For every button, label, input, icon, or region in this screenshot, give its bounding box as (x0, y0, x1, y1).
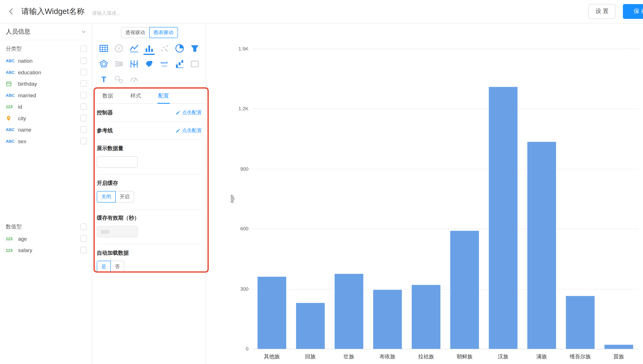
config-panel: 透视驱动 图表驱动 8 wordcloud T 数据 样式 配置 (92, 24, 206, 364)
pencil-icon (176, 128, 180, 133)
bar-朝鲜族[interactable] (450, 231, 479, 349)
field-checkbox[interactable] (80, 80, 87, 87)
y-tick-label: 1.2K (224, 106, 248, 112)
bar-回族[interactable] (296, 303, 325, 349)
y-tick-label: 0 (224, 346, 248, 352)
group-checkbox[interactable] (80, 224, 87, 230)
chart-drive-button[interactable]: 图表驱动 (149, 27, 178, 38)
chart-type-picker: 8 wordcloud T (92, 38, 206, 87)
svg-text:8: 8 (118, 46, 120, 51)
x-axis-line (252, 349, 638, 349)
field-checkbox[interactable] (80, 115, 87, 122)
wordcloud-chart-icon[interactable]: wordcloud (157, 56, 172, 72)
back-button[interactable] (5, 5, 18, 18)
field-nation[interactable]: ABC nation (0, 55, 92, 66)
bar-维吾尔族[interactable] (566, 296, 594, 349)
numeric-group-header: 数值型 (0, 220, 92, 233)
field-checkbox[interactable] (80, 247, 87, 254)
widget-description-input[interactable]: 请输入描述... (92, 10, 120, 16)
tab-style[interactable]: 样式 (130, 90, 142, 103)
bar-布依族[interactable] (373, 290, 402, 349)
svg-text:word: word (160, 61, 168, 64)
bar-壮族[interactable] (334, 274, 363, 349)
field-checkbox[interactable] (80, 235, 87, 242)
x-category-label: 拉祜族 (418, 353, 434, 360)
scorecard-chart-icon[interactable]: 8 (111, 40, 126, 56)
iframe-chart-icon[interactable] (187, 56, 202, 72)
field-checkbox[interactable] (80, 138, 87, 144)
cache-expire-input[interactable] (97, 226, 138, 237)
x-category-label: 汉族 (498, 353, 508, 360)
bar-拉祜族[interactable] (412, 285, 440, 349)
widget-name-input[interactable]: 请输入Widget名称 (21, 6, 84, 17)
x-category-label: 其他族 (264, 353, 280, 360)
field-married[interactable]: ABC married (0, 90, 92, 101)
autoload-toggle: 是 否 (97, 261, 124, 272)
autoload-yes-button[interactable]: 是 (97, 261, 111, 272)
pivot-drive-button[interactable]: 透视驱动 (121, 27, 150, 38)
y-tick-label: 300 (224, 286, 248, 292)
autoload-no-button[interactable]: 否 (110, 261, 124, 272)
autoload-section: 自动加载数据 是 否 (97, 244, 202, 278)
cache-label: 开启缓存 (97, 180, 202, 187)
controller-label: 控制器 (97, 109, 113, 116)
x-category-label: 回族 (305, 353, 316, 360)
bar-满族[interactable] (527, 142, 556, 349)
reference-line-label: 参考线 (97, 127, 113, 134)
autoload-label: 自动加载数据 (97, 249, 202, 256)
scatter-chart-icon[interactable] (157, 40, 172, 56)
sankey-chart-icon[interactable] (111, 56, 126, 72)
gauge-chart-icon[interactable] (126, 72, 142, 87)
richtext-chart-icon[interactable]: T (96, 72, 111, 87)
table-chart-icon[interactable] (96, 40, 111, 56)
x-category-label: 苗族 (614, 353, 624, 360)
waterfall-chart-icon[interactable] (172, 56, 187, 72)
tab-data[interactable]: 数据 (102, 90, 114, 103)
field-id[interactable]: 123 id (0, 101, 92, 112)
controller-configure-link[interactable]: 点击配置 (176, 109, 202, 116)
settings-button[interactable]: 设 置 (588, 4, 616, 19)
pie-chart-icon[interactable] (172, 40, 187, 56)
field-sex[interactable]: ABC sex (0, 136, 92, 147)
field-checkbox[interactable] (80, 126, 87, 133)
line-chart-icon[interactable] (126, 40, 142, 56)
display-count-input[interactable] (97, 156, 138, 168)
radar-chart-icon[interactable] (96, 56, 111, 72)
save-button[interactable]: 保 存 (623, 4, 643, 19)
field-birthday[interactable]: birthday (0, 78, 92, 89)
category-group-header: 分类型 (0, 42, 92, 55)
x-category-label: 满族 (536, 353, 547, 360)
map-chart-icon[interactable] (142, 56, 157, 72)
field-checkbox[interactable] (80, 92, 87, 98)
date-type-icon (6, 80, 18, 86)
field-checkbox[interactable] (80, 103, 87, 110)
bar-汉族[interactable] (489, 87, 518, 349)
display-count-label: 展示数据量 (97, 144, 202, 152)
cache-on-button[interactable]: 开启 (115, 191, 134, 202)
reference-line-row: 参考线 点击配置 (97, 122, 202, 140)
dataset-selector[interactable]: 人员信息 (0, 24, 92, 40)
tab-config[interactable]: 配置 (158, 90, 170, 104)
field-name[interactable]: ABC name (0, 124, 92, 135)
group-checkbox[interactable] (80, 46, 87, 52)
field-checkbox[interactable] (80, 69, 87, 76)
reference-configure-link[interactable]: 点击配置 (176, 127, 202, 134)
chevron-left-icon (7, 7, 16, 16)
string-type-icon: ABC (6, 127, 18, 132)
field-city[interactable]: city (0, 112, 92, 124)
parallel-chart-icon[interactable] (126, 56, 142, 72)
panel-tabs: 数据 样式 配置 (92, 87, 206, 104)
field-age[interactable]: 123 age (0, 233, 92, 244)
bar-其他族[interactable] (258, 277, 286, 349)
funnel-chart-icon[interactable] (187, 40, 202, 56)
cache-off-button[interactable]: 关闭 (97, 191, 116, 202)
relation-chart-icon[interactable] (111, 72, 126, 87)
bar-chart-icon[interactable] (142, 40, 157, 56)
field-education[interactable]: ABC education (0, 66, 92, 78)
dataset-name: 人员信息 (6, 28, 30, 36)
bar-苗族[interactable] (604, 345, 633, 349)
field-salary[interactable]: 123 salary (0, 244, 92, 256)
cache-expire-label: 缓存有效期（秒） (97, 214, 202, 222)
field-checkbox[interactable] (80, 57, 87, 64)
cache-expire-section: 缓存有效期（秒） (97, 210, 202, 244)
